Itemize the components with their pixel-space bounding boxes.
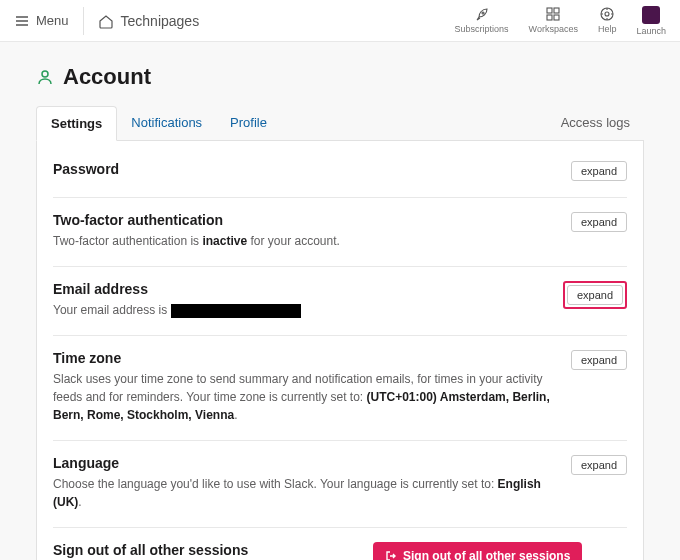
twofa-status: inactive (202, 234, 247, 248)
svg-rect-0 (547, 8, 552, 13)
workspaces-link[interactable]: Workspaces (529, 6, 578, 36)
page-header: Account (36, 64, 644, 90)
workspace-name: Technipages (121, 13, 200, 29)
tab-settings[interactable]: Settings (36, 106, 117, 141)
rocket-icon (474, 6, 490, 22)
twofa-expand-button[interactable]: expand (571, 212, 627, 232)
subscriptions-link[interactable]: Subscriptions (455, 6, 509, 36)
svg-rect-2 (547, 15, 552, 20)
section-twofa: Two-factor authentication Two-factor aut… (53, 198, 627, 267)
menu-label: Menu (36, 13, 69, 28)
section-timezone: Time zone Slack uses your time zone to s… (53, 336, 627, 441)
email-redacted (171, 304, 301, 318)
section-email: Email address Your email address is expa… (53, 267, 627, 336)
signout-icon (385, 550, 397, 560)
highlight-box: expand (563, 281, 627, 309)
workspaces-label: Workspaces (529, 24, 578, 34)
top-bar: Menu Technipages Subscriptions Workspace… (0, 0, 680, 42)
svg-point-6 (42, 71, 48, 77)
section-password: Password expand (53, 147, 627, 198)
tab-access-logs[interactable]: Access logs (547, 106, 644, 140)
signout-title: Sign out of all other sessions (53, 542, 363, 558)
person-icon (36, 68, 54, 86)
language-desc: Choose the language you'd like to use wi… (53, 475, 561, 511)
timezone-desc: Slack uses your time zone to send summar… (53, 370, 561, 424)
section-language: Language Choose the language you'd like … (53, 441, 627, 528)
email-expand-button[interactable]: expand (567, 285, 623, 305)
signout-button[interactable]: Sign out of all other sessions (373, 542, 582, 560)
signout-button-label: Sign out of all other sessions (403, 549, 570, 560)
password-expand-button[interactable]: expand (571, 161, 627, 181)
menu-button[interactable]: Menu (14, 13, 69, 29)
grid-icon (545, 6, 561, 22)
launch-label: Launch (636, 26, 666, 36)
help-link[interactable]: Help (598, 6, 617, 36)
timezone-expand-button[interactable]: expand (571, 350, 627, 370)
language-title: Language (53, 455, 561, 471)
language-expand-button[interactable]: expand (571, 455, 627, 475)
settings-panel: Password expand Two-factor authenticatio… (36, 141, 644, 560)
svg-rect-1 (554, 8, 559, 13)
page-title: Account (63, 64, 151, 90)
launch-link[interactable]: Launch (636, 6, 666, 36)
top-right-nav: Subscriptions Workspaces Help Launch (455, 6, 666, 36)
workspace-link[interactable]: Technipages (98, 13, 200, 29)
twofa-title: Two-factor authentication (53, 212, 561, 228)
subscriptions-label: Subscriptions (455, 24, 509, 34)
tab-notifications[interactable]: Notifications (117, 106, 216, 140)
home-icon (98, 13, 114, 29)
divider (83, 7, 84, 35)
svg-rect-3 (554, 15, 559, 20)
password-title: Password (53, 161, 561, 177)
timezone-title: Time zone (53, 350, 561, 366)
svg-point-5 (605, 12, 609, 16)
tabs: Settings Notifications Profile Access lo… (36, 106, 644, 141)
help-label: Help (598, 24, 617, 34)
tab-profile[interactable]: Profile (216, 106, 281, 140)
help-icon (599, 6, 615, 22)
email-title: Email address (53, 281, 553, 297)
email-desc: Your email address is (53, 301, 553, 319)
hamburger-icon (14, 13, 30, 29)
twofa-desc: Two-factor authentication is inactive fo… (53, 232, 561, 250)
section-signout: Sign out of all other sessions Lost your… (53, 528, 627, 560)
slack-icon (642, 6, 660, 24)
